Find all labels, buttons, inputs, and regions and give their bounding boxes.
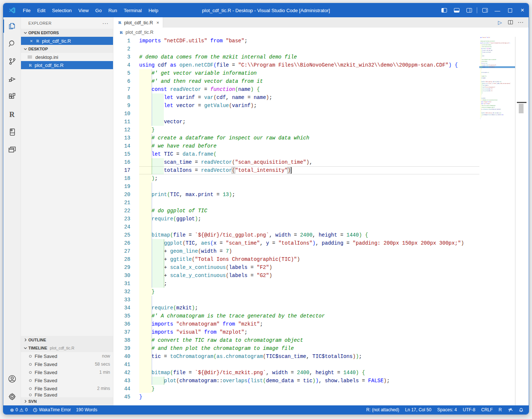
code-line[interactable]: let vector = getValue(varinf); bbox=[139, 102, 479, 110]
code-line[interactable]: ggplot(TIC, aes(x = "scan_time", y = "to… bbox=[139, 239, 479, 247]
code-line[interactable]: let TIC = data.frame( bbox=[139, 150, 479, 158]
code-line[interactable]: ); bbox=[139, 174, 479, 182]
code-line[interactable]: plot(chromatogram::overlaps(list(demo_da… bbox=[139, 377, 479, 385]
code-line[interactable]: vector; bbox=[139, 118, 479, 126]
menu-terminal[interactable]: Terminal bbox=[120, 3, 145, 17]
timeline-item[interactable]: File Saved 1 min bbox=[21, 368, 113, 376]
run-source-button[interactable]: ▷ bbox=[496, 19, 504, 25]
toggle-sidebar-icon[interactable] bbox=[438, 3, 450, 17]
sidebar-item-r[interactable]: R bbox=[3, 106, 21, 123]
account-button[interactable] bbox=[3, 370, 21, 388]
section-timeline[interactable]: TIMELINE plot_cdf_tic.R bbox=[21, 344, 113, 352]
code-line[interactable]: bitmap(file = `${@dir}/tic_ggplot.png`, … bbox=[139, 231, 479, 239]
code-line[interactable]: totalIons = readVector("total_intensity"… bbox=[139, 166, 479, 174]
code-line[interactable]: # convert the TIC raw data to chromatogr… bbox=[139, 336, 479, 344]
encoding-status[interactable]: UTF-8 bbox=[463, 407, 475, 412]
explorer-more-actions[interactable]: ··· bbox=[102, 20, 109, 26]
code-line[interactable]: } bbox=[139, 385, 479, 393]
code-line[interactable]: imports "visual" from "mzplot"; bbox=[139, 328, 479, 336]
code-area[interactable]: imports "netCDF.utils" from "base";# dem… bbox=[139, 37, 479, 405]
code-area[interactable]: imports "netCDF.utils" from "base";# dem… bbox=[480, 37, 515, 120]
timeline-item[interactable]: File Saved bbox=[21, 393, 113, 397]
sidebar-item-help-viewer[interactable] bbox=[3, 123, 21, 141]
code-line[interactable] bbox=[139, 361, 479, 369]
menu-selection[interactable]: Selection bbox=[49, 3, 75, 17]
code-line[interactable]: } bbox=[139, 126, 479, 134]
section-outline[interactable]: OUTLINE bbox=[21, 336, 113, 344]
code-line[interactable]: scan_time = readVector("scan_acquisition… bbox=[139, 158, 479, 166]
breadcrumb[interactable]: R plot_cdf_tic.R bbox=[113, 28, 529, 37]
code-line[interactable] bbox=[139, 45, 479, 53]
timeline-item[interactable]: File Saved 2 mins bbox=[21, 384, 113, 393]
code-line[interactable]: using cdf as open.netCDF(file = "C:\\Pro… bbox=[139, 61, 479, 69]
code-line[interactable]: #' get vector variable information bbox=[139, 69, 479, 77]
overview-ruler[interactable] bbox=[515, 37, 529, 405]
wakatime-status[interactable]: WakaTime Error bbox=[33, 407, 71, 412]
language-mode-status[interactable]: R bbox=[498, 407, 502, 412]
code-line[interactable]: bitmap(file = `${@dir}/tic_mzkit.png`, w… bbox=[139, 369, 479, 377]
code-line[interactable]: require(ggplot); bbox=[139, 215, 479, 223]
file-item-plot-cdf-tic[interactable]: R plot_cdf_tic.R bbox=[21, 61, 113, 69]
code-line[interactable] bbox=[139, 199, 479, 207]
menu-go[interactable]: Go bbox=[92, 3, 105, 17]
timeline-item[interactable]: File Saved now bbox=[21, 352, 113, 360]
customize-layout-icon[interactable] bbox=[479, 3, 491, 17]
section-desktop[interactable]: DESKTOP bbox=[21, 45, 113, 53]
indentation-status[interactable]: Spaces: 4 bbox=[437, 407, 457, 412]
code-line[interactable]: #' A chromatogram is the trace generated… bbox=[139, 312, 479, 320]
notifications-button[interactable] bbox=[519, 408, 524, 412]
sidebar-item-extensions[interactable] bbox=[3, 88, 21, 106]
code-line[interactable]: } bbox=[139, 393, 479, 401]
minimap[interactable]: imports "netCDF.utils" from "base";# dem… bbox=[479, 37, 515, 405]
file-item-desktop-ini[interactable]: desktop.ini bbox=[21, 53, 113, 61]
code-line[interactable]: imports "chromatogram" from "mzkit"; bbox=[139, 320, 479, 328]
code-line[interactable]: require(mzkit); bbox=[139, 304, 479, 312]
sidebar-item-run-debug[interactable] bbox=[3, 70, 21, 88]
code-line[interactable]: + scale_y_continuous(labels = "G2") bbox=[139, 271, 479, 280]
tab-plot-cdf-tic[interactable]: R plot_cdf_tic.R × bbox=[113, 17, 163, 28]
sidebar-item-explorer[interactable] bbox=[3, 17, 21, 35]
code-line[interactable]: let varinf = var(cdf, name = name); bbox=[139, 93, 479, 102]
code-line[interactable] bbox=[139, 182, 479, 191]
settings-button[interactable] bbox=[3, 388, 21, 405]
scrollbar-thumb[interactable] bbox=[519, 104, 524, 113]
eol-status[interactable]: CRLF bbox=[481, 407, 493, 412]
editor-more-actions[interactable]: ··· bbox=[516, 19, 525, 26]
toggle-secondary-sidebar-icon[interactable] bbox=[463, 3, 475, 17]
problems-button[interactable]: ⊗ 0 ⚠ 0 bbox=[10, 407, 28, 412]
code-line[interactable] bbox=[139, 223, 479, 231]
split-editor-button[interactable] bbox=[506, 19, 515, 26]
code-line[interactable]: imports "netCDF.utils" from "base"; bbox=[139, 37, 479, 45]
code-line[interactable]: print(TIC, max.print = 13); bbox=[139, 191, 479, 199]
timeline-item[interactable]: File Saved 58 secs bbox=[21, 360, 113, 368]
maximize-button[interactable] bbox=[504, 3, 516, 17]
open-editor-item[interactable]: × R plot_cdf_tic.R bbox=[21, 37, 113, 45]
menu-file[interactable]: File bbox=[20, 3, 34, 17]
code-line[interactable]: + scale_x_continuous(labels = "F2") bbox=[139, 263, 479, 271]
timeline-item[interactable]: File Saved bbox=[21, 376, 113, 384]
code-line[interactable]: # we have read before bbox=[139, 142, 479, 150]
toggle-panel-icon[interactable] bbox=[450, 3, 463, 17]
code-line[interactable]: + geom_line(width = 7) bbox=[139, 247, 479, 255]
code-line[interactable]: tic = toChromatogram(as.chromatogram(TIC… bbox=[139, 352, 479, 361]
close-button[interactable]: × bbox=[516, 3, 529, 17]
minimize-button[interactable]: — bbox=[491, 3, 504, 17]
close-icon[interactable]: × bbox=[156, 20, 159, 25]
code-line[interactable]: #' and then read vector data from it bbox=[139, 77, 479, 85]
feedback-button[interactable] bbox=[508, 408, 513, 412]
close-icon[interactable]: × bbox=[28, 38, 34, 44]
sidebar-item-plot-viewer[interactable] bbox=[3, 141, 21, 159]
code-line[interactable]: } bbox=[480, 118, 515, 120]
code-line[interactable]: # create a dataframe for inspect our raw… bbox=[139, 134, 479, 142]
sidebar-item-search[interactable] bbox=[3, 35, 21, 53]
word-count-status[interactable]: 190 Words bbox=[76, 407, 97, 412]
code-line[interactable]: const readVector = function(name) { bbox=[139, 85, 479, 93]
code-line[interactable]: # and then plot the chromatogram to imag… bbox=[139, 344, 479, 352]
r-session-status[interactable]: R: (not attached) bbox=[366, 407, 399, 412]
code-line[interactable]: # do ggplot of TIC bbox=[139, 207, 479, 215]
menu-view[interactable]: View bbox=[75, 3, 92, 17]
menu-help[interactable]: Help bbox=[145, 3, 162, 17]
code-line[interactable]: # demo data comes from the mzkit interna… bbox=[139, 53, 479, 61]
section-open-editors[interactable]: OPEN EDITORS bbox=[21, 29, 113, 37]
cursor-position-status[interactable]: Ln 17, Col 50 bbox=[405, 407, 431, 412]
